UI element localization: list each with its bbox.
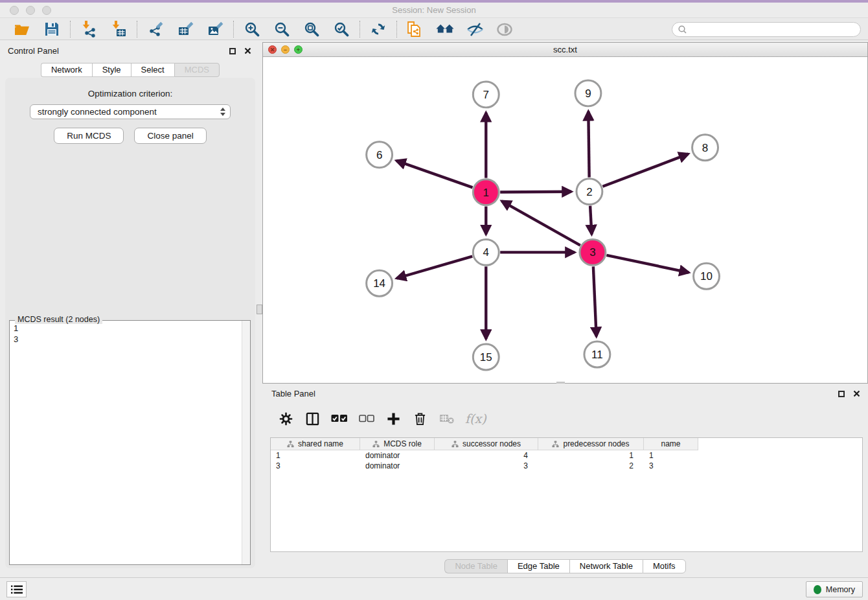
cell-successor-nodes[interactable]: 3 — [435, 461, 538, 470]
network-minimize-button[interactable]: − — [281, 45, 290, 54]
cell-mcds-role[interactable]: dominator — [360, 451, 435, 460]
column-header-mcds-role[interactable]: MCDS role — [360, 438, 435, 450]
tab-node-table[interactable]: Node Table — [444, 559, 507, 573]
tab-motifs[interactable]: Motifs — [643, 559, 686, 573]
float-panel-icon[interactable] — [838, 391, 845, 397]
edge-4-14[interactable] — [396, 257, 472, 279]
delete-column-button[interactable] — [412, 412, 428, 426]
export-table-button[interactable] — [176, 20, 194, 38]
hide-selected-button[interactable] — [466, 20, 484, 38]
search-field[interactable] — [672, 22, 861, 37]
table-row[interactable]: 3 dominator 3 2 3 — [271, 461, 862, 471]
table-header-row: shared name MCDS role successor nodes pr… — [271, 438, 862, 450]
import-network-button[interactable] — [80, 20, 98, 38]
delete-table-button[interactable] — [439, 413, 454, 424]
network-zoom-button[interactable]: + — [294, 45, 303, 54]
tab-edge-table[interactable]: Edge Table — [507, 559, 569, 573]
result-scrollbar[interactable] — [242, 321, 250, 564]
edge-2-3[interactable] — [590, 206, 591, 235]
float-panel-icon[interactable] — [229, 48, 236, 54]
cell-shared-name[interactable]: 3 — [271, 461, 360, 470]
close-panel-button[interactable]: Close panel — [134, 128, 206, 144]
node-4[interactable]: 4 — [473, 239, 499, 265]
run-mcds-button[interactable]: Run MCDS — [54, 128, 124, 144]
splitter-handle[interactable] — [257, 305, 262, 314]
edge-3-11[interactable] — [593, 266, 597, 336]
edge-1-2[interactable] — [500, 192, 571, 192]
edge-2-8[interactable] — [602, 154, 688, 187]
mcds-result-text[interactable]: 1 3 — [14, 323, 18, 345]
zoom-out-button[interactable] — [273, 20, 291, 38]
node-15[interactable]: 15 — [473, 344, 499, 370]
memory-button[interactable]: Memory — [806, 581, 863, 597]
column-settings-button[interactable] — [278, 412, 293, 426]
column-header-name[interactable]: name — [644, 438, 698, 450]
export-network-button[interactable] — [146, 20, 165, 38]
tab-select[interactable]: Select — [131, 63, 174, 77]
zoom-selected-button[interactable] — [332, 20, 350, 38]
cell-predecessor-nodes[interactable]: 1 — [538, 451, 644, 460]
node-1[interactable]: 1 — [473, 179, 499, 205]
edge-1-6[interactable] — [396, 161, 473, 187]
cell-name[interactable]: 3 — [644, 461, 698, 470]
tab-network[interactable]: Network — [41, 63, 92, 77]
import-table-button[interactable] — [109, 20, 128, 38]
memory-label: Memory — [826, 585, 855, 594]
apply-layout-button[interactable] — [369, 20, 387, 38]
close-panel-icon[interactable] — [244, 47, 251, 54]
open-session-button[interactable] — [13, 20, 31, 38]
cell-predecessor-nodes[interactable]: 2 — [538, 461, 644, 470]
node-6[interactable]: 6 — [367, 142, 393, 168]
control-panel-tabs: Network Style Select MCDS — [0, 63, 260, 77]
first-neighbors-button[interactable] — [436, 20, 454, 38]
tab-style[interactable]: Style — [92, 63, 131, 77]
node-9[interactable]: 9 — [575, 80, 601, 106]
cell-shared-name[interactable]: 1 — [271, 451, 360, 460]
cytoscape-window: Session: New Session — [0, 0, 868, 600]
optimization-criterion-select[interactable]: strongly connected component — [30, 104, 231, 119]
window-resize-handle[interactable] — [556, 382, 565, 384]
clone-network-button[interactable] — [406, 20, 424, 38]
close-panel-icon[interactable] — [853, 390, 860, 397]
table-row[interactable]: 1 dominator 4 1 1 — [271, 450, 862, 461]
tab-network-table[interactable]: Network Table — [569, 559, 643, 573]
export-image-button[interactable] — [206, 20, 224, 38]
network-window-titlebar[interactable]: ✕ − + scc.txt — [263, 43, 867, 57]
cell-successor-nodes[interactable]: 4 — [435, 451, 538, 460]
tab-mcds[interactable]: MCDS — [174, 63, 220, 77]
fit-content-button[interactable] — [303, 20, 321, 38]
search-input[interactable] — [691, 24, 854, 34]
network-close-button[interactable]: ✕ — [268, 45, 277, 54]
task-history-button[interactable] — [6, 581, 27, 597]
edge-3-10[interactable] — [606, 255, 689, 273]
save-session-button[interactable] — [43, 20, 61, 38]
node-11[interactable]: 11 — [584, 341, 610, 367]
network-graph[interactable]: 7968124314101511 — [263, 57, 867, 383]
zoom-in-button[interactable] — [243, 20, 261, 38]
node-7[interactable]: 7 — [473, 82, 499, 108]
edge-2-9[interactable] — [588, 111, 589, 178]
node-2[interactable]: 2 — [577, 179, 602, 205]
control-panel: Control Panel Network Style Select MCDS … — [0, 42, 260, 569]
node-label: 4 — [483, 246, 489, 259]
create-column-button[interactable] — [385, 412, 401, 426]
node-3[interactable]: 3 — [580, 239, 606, 265]
node-label: 2 — [586, 186, 592, 198]
column-header-predecessor-nodes[interactable]: predecessor nodes — [538, 438, 644, 450]
node-14[interactable]: 14 — [367, 270, 393, 296]
cell-name[interactable]: 1 — [644, 451, 698, 460]
edge-3-1[interactable] — [502, 201, 580, 245]
select-all-columns-button[interactable] — [331, 414, 348, 423]
split-panel-button[interactable] — [304, 412, 320, 426]
function-builder-button[interactable]: f(x) — [465, 411, 486, 426]
node-label: 10 — [700, 270, 713, 283]
show-all-button[interactable] — [496, 20, 514, 38]
search-icon — [678, 25, 687, 34]
node-10[interactable]: 10 — [694, 263, 720, 289]
network-canvas[interactable]: 7968124314101511 — [263, 57, 867, 383]
column-header-successor-nodes[interactable]: successor nodes — [435, 438, 538, 450]
column-header-shared-name[interactable]: shared name — [271, 438, 360, 450]
unselect-all-columns-button[interactable] — [359, 415, 374, 422]
node-8[interactable]: 8 — [692, 135, 718, 161]
cell-mcds-role[interactable]: dominator — [360, 461, 435, 470]
